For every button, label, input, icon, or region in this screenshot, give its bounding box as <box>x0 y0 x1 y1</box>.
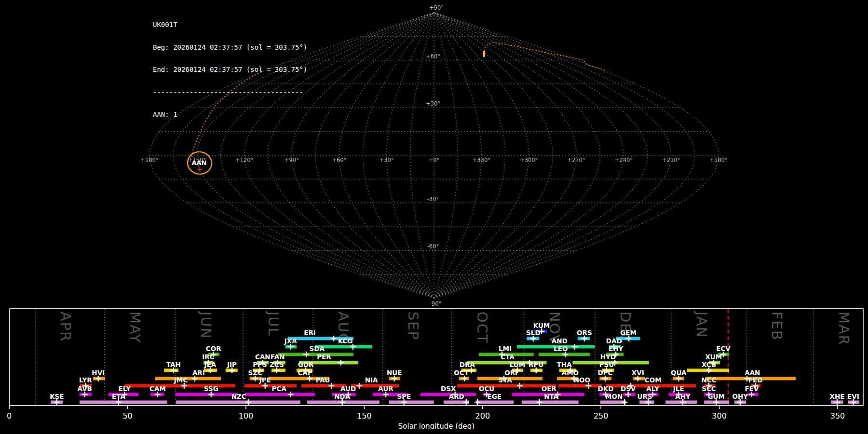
begin-time: Beg: 20260124 02:37:57 (sol = 303.75°) <box>153 44 307 52</box>
shower-label-JIP: JIP <box>227 361 237 368</box>
x-tick-label: 300 <box>712 411 727 420</box>
grid-lon-label: +330° <box>473 157 490 163</box>
shower-label-COR: COR <box>206 345 221 353</box>
shower-label-ETA: ETA <box>112 393 125 400</box>
sky-map: +180°+150°+120°+90°+60°+30°+0°+330°+300°… <box>0 0 868 311</box>
shower-bar-DSX <box>420 393 476 396</box>
shower-label-DSX: DSX <box>441 385 456 393</box>
shower-label-RPU: RPU <box>529 361 543 368</box>
shower-label-ELY: ELY <box>118 385 131 393</box>
shower-label-NUE: NUE <box>387 369 402 377</box>
shower-label-SSG: SSG <box>204 385 218 393</box>
shower-label-XHE: XHE <box>830 393 845 400</box>
shower-label-AHY: AHY <box>675 393 691 400</box>
shower-label-GUM: GUM <box>707 393 724 400</box>
shower-label-AUD: AUD <box>340 385 356 393</box>
activity-timeline-chart: APRMAYJUNJULAUGSEPOCTNOVDECJANFEBMARKSEE… <box>0 306 868 429</box>
x-tick-label: 350 <box>830 411 845 420</box>
shower-label-PSU: PSU <box>599 361 614 368</box>
x-tick-label: 50 <box>122 411 132 420</box>
shower-label-KSE: KSE <box>50 393 64 400</box>
shower-label-DAD: DAD <box>606 337 622 345</box>
shower-label-EHY: EHY <box>609 345 624 353</box>
grid-meridian <box>434 13 600 298</box>
shower-label-NTA: NTA <box>544 393 558 400</box>
grid-lat-label: +30° <box>426 100 440 107</box>
shower-label-LUM: LUM <box>510 361 526 368</box>
shower-label-OCU: OCU <box>479 385 494 393</box>
grid-lon-label: +180° <box>140 157 158 163</box>
shower-bar-ETA <box>80 401 167 404</box>
shower-label-GDR: GDR <box>298 361 314 368</box>
x-tick-label: 200 <box>475 411 490 420</box>
shower-bar-PCA <box>245 393 315 396</box>
shower-count: AAN: 1 <box>153 111 307 119</box>
header-info: UK001T Beg: 20260124 02:37:57 (sol = 303… <box>153 6 307 134</box>
shower-peak-marker-PCA <box>288 392 294 397</box>
shower-label-FED: FED <box>748 376 763 384</box>
shower-label-XUM: XUM <box>705 353 722 361</box>
shower-label-JLE: JLE <box>673 385 684 393</box>
shower-label-CAN: CAN <box>255 353 271 361</box>
shower-label-NCC: NCC <box>701 376 716 384</box>
grid-lat-label: -60° <box>427 243 439 250</box>
shower-label-DRA: DRA <box>460 361 475 368</box>
shower-bar-SPE <box>389 401 434 404</box>
x-tick-label: 150 <box>357 411 372 420</box>
shower-label-LYR: LYR <box>79 376 92 384</box>
shower-label-COM: COM <box>645 376 662 384</box>
shower-label-SDA: SDA <box>310 345 325 353</box>
shower-label-EVI: EVI <box>847 393 859 400</box>
shower-label-NZC: NZC <box>231 393 246 400</box>
shower-label-TAH: TAH <box>166 361 181 368</box>
radiant-code-label: AAN <box>191 159 206 166</box>
grid-lon-label: +240° <box>615 157 633 163</box>
shower-label-QUA: QUA <box>671 369 687 377</box>
shower-label-KCG: KCG <box>338 337 353 345</box>
shower-label-OER: OER <box>542 385 557 393</box>
shower-label-JXA: JXA <box>284 337 297 345</box>
shower-label-KUM: KUM <box>533 322 550 329</box>
x-tick-label: 0 <box>7 411 12 420</box>
shower-label-NIA: NIA <box>365 376 378 384</box>
shower-bar-ARI <box>155 377 221 380</box>
shower-label-LEO: LEO <box>554 345 568 353</box>
shower-label-PER: PER <box>317 353 331 361</box>
shower-label-OCT: OCT <box>454 369 469 377</box>
grid-lon-label: +300° <box>520 157 538 163</box>
shower-label-ECV: ECV <box>716 345 731 353</box>
camera-id: UK001T <box>153 21 307 29</box>
shower-bar-SDA <box>278 353 353 356</box>
shower-label-OHY: OHY <box>732 393 748 400</box>
month-label-jul: JUL <box>265 311 282 337</box>
shower-bar-NOO <box>558 384 602 388</box>
end-time: End: 20260124 02:37:57 (sol = 303.75°) <box>153 66 307 74</box>
shower-label-ARD: ARD <box>449 393 464 400</box>
shower-label-THA: THA <box>557 361 572 368</box>
trajectory-right <box>484 42 605 70</box>
shower-label-AND: AND <box>552 337 568 345</box>
trajectory-start-dash <box>483 51 485 57</box>
shower-label-NOO: NOO <box>574 376 590 384</box>
shower-marks: KSEETANZCNDASPEARDEGENTAMONURSAHYGUMOHYX… <box>50 322 859 405</box>
grid-lat-label: -30° <box>427 196 439 203</box>
shower-label-SLD: SLD <box>526 329 541 337</box>
shower-peak-marker-STA <box>517 383 523 389</box>
shower-label-ZCS: ZCS <box>270 361 284 368</box>
shower-peak-marker-AND <box>572 344 578 350</box>
north-pole-label: +90° <box>429 4 444 11</box>
month-label-may: MAY <box>127 312 143 343</box>
shower-label-SPE: SPE <box>397 393 411 400</box>
shower-label-JMC: JMC <box>174 376 188 384</box>
grid-lon-label: +90° <box>285 157 299 163</box>
x-axis-title: Solar longitude (deg) <box>398 422 475 429</box>
shower-bar-PAU <box>301 384 346 388</box>
shower-label-PPS: PPS <box>253 361 267 368</box>
shower-label-EGE: EGE <box>488 393 502 400</box>
shower-label-JEA: JEA <box>204 361 217 368</box>
shower-peak-marker-SDA <box>303 352 309 357</box>
shower-bar-EGE <box>476 401 514 404</box>
grid-lon-label: +60° <box>332 157 346 163</box>
radiant-peak-marker <box>197 167 202 172</box>
month-label-feb: FEB <box>769 312 785 341</box>
